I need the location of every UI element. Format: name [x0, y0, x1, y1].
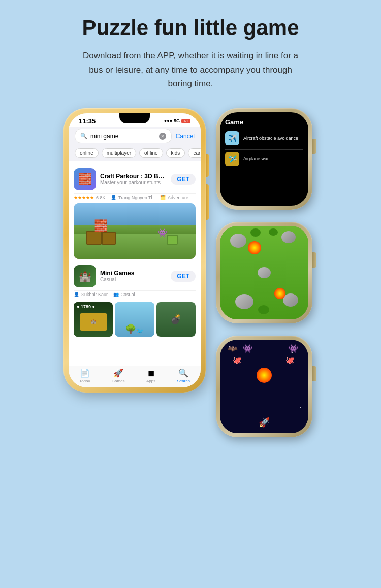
phone-mockup: 11:35 ●●● 5G 07+ 🔍 — [64, 108, 206, 393]
craft-app-desc: Master your parkour stunts — [100, 180, 167, 185]
apps-label: Apps — [146, 379, 155, 383]
airplane-icon: 🛩️ — [228, 155, 237, 163]
rating-sep-1: · — [108, 195, 109, 200]
monster-pink-2: 🐙 — [285, 356, 294, 364]
mini-genre: Casual — [121, 292, 135, 297]
network-label: 5G — [174, 118, 180, 123]
mini-app-name: Mini Games — [100, 270, 166, 277]
craft-app-name: Craft Parkour : 3D Bloc... — [100, 173, 166, 180]
games-label: Games — [112, 379, 125, 383]
content-row: 11:35 ●●● 5G 07+ 🔍 — [10, 108, 371, 442]
watch-game-icon-2: 🛩️ — [225, 152, 239, 166]
app-item-mini: 🏰 Mini Games Casual GET — [74, 262, 196, 291]
watch-2 — [216, 222, 318, 329]
mini-author: Sukhbir Kaur — [81, 292, 108, 297]
watch-1-outer: Game ✈️ Aircraft obstacle avoidance 🛩️ — [216, 108, 312, 210]
mini-app-desc: Casual — [100, 277, 167, 282]
apps-icon: ◼ — [148, 368, 154, 378]
craft-author: Trang Nguyen Thi — [118, 195, 155, 200]
today-label: Today — [79, 379, 90, 383]
watch-game-name-2: Airplane war — [243, 156, 269, 161]
nav-search[interactable]: 🔍 Search — [177, 368, 189, 383]
bottom-nav: 📄 Today 🚀 Games ◼ Apps — [69, 366, 201, 387]
today-icon: 📄 — [80, 368, 90, 378]
mini-game-thumbnails: ● 1789 ● 🏰 🌳 🐦 — [74, 299, 196, 339]
mini-icon-emoji: 🏰 — [79, 270, 91, 282]
tag-kids[interactable]: kids — [166, 148, 185, 158]
nav-today[interactable]: 📄 Today — [79, 368, 90, 383]
cancel-button[interactable]: Cancel — [176, 133, 195, 140]
mini-get-button[interactable]: GET — [171, 271, 196, 282]
craft-genre: Adventure — [168, 195, 188, 200]
phone-notch — [119, 113, 150, 123]
monster-pink: 🐙 — [233, 356, 241, 364]
search-icon: 🔍 — [80, 133, 87, 139]
craft-rating-row: ★★★★★ 6.8K · 👤 Trang Nguyen Thi · 🗂️ Adv… — [74, 194, 196, 202]
mini-thumb-2: 🌳 🐦 — [115, 302, 154, 337]
craft-app-info: Craft Parkour : 3D Bloc... Master your p… — [100, 173, 167, 185]
craft-get-button[interactable]: GET — [171, 174, 196, 185]
rating-sep-2: · — [157, 195, 158, 200]
rating-sep-3: · — [110, 292, 111, 297]
search-area: 🔍 mini game ✕ Cancel — [69, 127, 201, 146]
search-nav-icon: 🔍 — [178, 368, 188, 378]
tags-row: online multiplayer offline kids car s — [69, 146, 201, 161]
tag-car[interactable]: car — [188, 148, 201, 158]
craft-rating-count: 6.8K — [96, 195, 106, 200]
nav-games[interactable]: 🚀 Games — [112, 368, 125, 383]
app-content: 🧱 Craft Parkour : 3D Bloc... Master your… — [69, 161, 201, 366]
watch-game-item-1: ✈️ Aircraft obstacle avoidance — [225, 131, 303, 145]
craft-screenshot: 🧱 👾 — [74, 203, 196, 259]
page-title: Puzzle fun little game — [82, 15, 299, 41]
tag-online[interactable]: online — [75, 148, 99, 158]
watch-3-screen: 🦇 👾 👾 🐙 🐙 🚀 — [220, 340, 308, 433]
app-item-craft: 🧱 Craft Parkour : 3D Bloc... Master your… — [74, 165, 196, 194]
category-icon-1: 🗂️ — [160, 195, 166, 200]
craft-icon-emoji: 🧱 — [78, 173, 92, 186]
person-icon-2: 👤 — [74, 292, 79, 297]
app-store-screen: 11:35 ●●● 5G 07+ 🔍 — [69, 113, 201, 387]
watch-game-icon-1: ✈️ — [225, 131, 239, 145]
watch-1-screen: Game ✈️ Aircraft obstacle avoidance 🛩️ — [220, 112, 308, 206]
status-icons: ●●● 5G 07+ — [164, 118, 190, 123]
group-icon-2: 👥 — [113, 292, 119, 297]
watch-game-title: Game — [225, 118, 303, 126]
signal-icon: ●●● — [164, 118, 172, 123]
person-icon-1: 👤 — [111, 195, 116, 200]
tag-multiplayer[interactable]: multiplayer — [102, 148, 136, 158]
mini-app-icon[interactable]: 🏰 — [74, 265, 96, 287]
watch-2-outer — [216, 222, 312, 323]
search-input[interactable]: mini game — [90, 133, 156, 140]
nav-apps[interactable]: ◼ Apps — [146, 368, 155, 383]
watch-game-name-1: Aircraft obstacle avoidance — [243, 136, 298, 141]
aircraft-icon: ✈️ — [228, 134, 237, 142]
mini-thumb-3: 💣 — [156, 302, 196, 337]
watch-2-screen — [220, 226, 308, 319]
craft-stars: ★★★★★ — [74, 195, 94, 200]
craft-app-icon[interactable]: 🧱 — [74, 168, 96, 190]
watches-column: Game ✈️ Aircraft obstacle avoidance 🛩️ — [216, 108, 318, 442]
games-icon: 🚀 — [113, 368, 123, 378]
watch-3-outer: 🦇 👾 👾 🐙 🐙 🚀 — [216, 336, 312, 437]
mini-rating-row: 👤 Sukhbir Kaur · 👥 Casual — [74, 291, 196, 299]
battery-badge: 07+ — [181, 119, 190, 123]
watch-1: Game ✈️ Aircraft obstacle avoidance 🛩️ — [216, 108, 318, 215]
search-bar[interactable]: 🔍 mini game ✕ — [75, 129, 172, 143]
apps-list: 🧱 Craft Parkour : 3D Bloc... Master your… — [69, 161, 201, 339]
tag-offline[interactable]: offline — [139, 148, 163, 158]
mini-thumb-1: ● 1789 ● 🏰 — [74, 302, 113, 337]
phone-screen: 11:35 ●●● 5G 07+ 🔍 — [69, 113, 201, 387]
page-container: Puzzle fun little game Download from the… — [0, 0, 381, 588]
phone-outer: 11:35 ●●● 5G 07+ 🔍 — [64, 108, 206, 393]
mini-app-info: Mini Games Casual — [100, 270, 167, 282]
status-time: 11:35 — [79, 117, 96, 125]
search-nav-label: Search — [177, 379, 189, 383]
watch-3: 🦇 👾 👾 🐙 🐙 🚀 — [216, 336, 318, 442]
page-subtitle: Download from the APP, whether it is wai… — [79, 49, 302, 90]
search-clear-button[interactable]: ✕ — [159, 133, 166, 140]
watch-game-item-2: 🛩️ Airplane war — [225, 152, 303, 166]
